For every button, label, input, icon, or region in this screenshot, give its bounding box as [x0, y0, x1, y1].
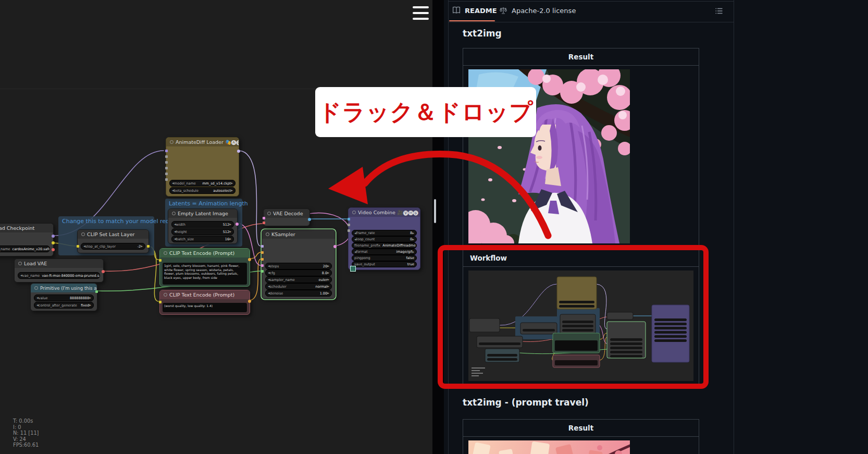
node-collapse-dot[interactable] — [164, 293, 167, 297]
port-dot[interactable] — [147, 245, 150, 248]
hamburger-menu-icon[interactable] — [413, 6, 429, 20]
node-collapse-dot[interactable] — [34, 286, 38, 290]
port-dot[interactable] — [165, 178, 168, 181]
increment-icon[interactable]: ▶ — [229, 238, 231, 240]
node-collapse-dot[interactable] — [172, 212, 176, 215]
widget-width[interactable]: ◀ width 512 ▶ — [171, 221, 234, 228]
increment-icon[interactable]: ▶ — [231, 182, 233, 185]
widget-value[interactable]: ◀ value 888888888 ▶ — [34, 295, 94, 301]
prompt-textarea[interactable]: (worst quality, low quality: 1.4) — [163, 303, 247, 312]
node-vae-decode[interactable]: VAE Decode — [263, 208, 310, 226]
port-dot[interactable] — [248, 300, 251, 303]
increment-icon[interactable]: ▶ — [412, 232, 414, 235]
tab-license[interactable]: Apache-2.0 license — [499, 6, 576, 15]
node-load-checkpoint[interactable]: Load Checkpoint ◀ ckpt_name cardosAnime_… — [0, 223, 54, 256]
widget-denoise[interactable]: ◀ denoise 1.00 ▶ — [265, 290, 332, 297]
node-collapse-dot[interactable] — [266, 232, 269, 236]
port-dot[interactable] — [261, 245, 264, 248]
node-primitive-seed[interactable]: Primitive (I'm using this as seed) ◀ val… — [30, 283, 97, 311]
port-dot[interactable] — [348, 224, 350, 226]
port-dot[interactable] — [95, 290, 98, 293]
node-collapse-dot[interactable] — [267, 212, 271, 215]
port-dot[interactable] — [165, 167, 168, 169]
increment-icon[interactable]: ▶ — [231, 189, 233, 192]
prompt-textarea[interactable]: 1girl, solo, cherry blossom, hanami, pin… — [163, 263, 247, 285]
node-ksampler[interactable]: KSampler ◀ steps 20 ▶ ◀ cfg 8.0 ▶ ◀ samp… — [262, 229, 336, 299]
increment-icon[interactable]: ▶ — [327, 292, 329, 295]
widget-loop-count[interactable]: ◀ loop_count 0 ▶ — [352, 236, 417, 242]
port-dot[interactable] — [348, 218, 350, 220]
increment-icon[interactable]: ▶ — [412, 238, 414, 241]
tab-readme[interactable]: README — [452, 6, 497, 15]
widget-filename-prefix[interactable]: filename_prefix AnimateDiffreadme — [352, 242, 417, 249]
port-dot[interactable] — [102, 270, 105, 273]
node-collapse-dot[interactable] — [81, 232, 85, 236]
port-dot[interactable] — [52, 235, 55, 238]
port-dot[interactable] — [165, 155, 168, 158]
port-dot[interactable] — [52, 248, 55, 251]
port-dot[interactable] — [77, 245, 79, 248]
widget-pingpong[interactable]: pingpong false — [352, 255, 417, 261]
increment-icon[interactable]: ▶ — [327, 285, 329, 288]
port-dot[interactable] — [159, 259, 162, 262]
increment-icon[interactable]: ▶ — [141, 245, 143, 248]
node-clip-text-encode-positive[interactable]: CLIP Text Encode (Prompt) 1girl, solo, c… — [159, 248, 250, 287]
port-dot[interactable] — [159, 301, 162, 303]
increment-icon[interactable]: ▶ — [229, 223, 231, 226]
port-dot[interactable] — [333, 245, 337, 248]
node-clip-text-encode-negative[interactable]: CLIP Text Encode (Prompt) (worst quality… — [159, 290, 250, 315]
port-dot[interactable] — [261, 264, 264, 267]
port-dot[interactable] — [261, 258, 264, 261]
port-dot[interactable] — [248, 258, 251, 261]
node-video-combine[interactable]: Video Combine 🎥🅥🅗🅢 ◀ frame_rate 8 ▶ ◀ lo… — [348, 207, 420, 270]
widget-steps[interactable]: ◀ steps 20 ▶ — [265, 263, 332, 269]
node-collapse-dot[interactable] — [164, 251, 167, 255]
result-image-prompt-travel[interactable] — [468, 440, 630, 454]
node-empty-latent-image[interactable]: Empty Latent Image ◀ width 512 ▶ ◀ heigh… — [168, 208, 238, 244]
port-dot[interactable] — [237, 150, 240, 153]
comfyui-canvas[interactable]: Latents = Animation length Change this t… — [0, 0, 432, 454]
workflow-image[interactable] — [468, 271, 693, 381]
port-dot[interactable] — [308, 218, 311, 221]
node-clip-set-last-layer[interactable]: CLIP Set Last Layer ◀ stop_at_clip_layer… — [77, 229, 149, 253]
widget-frame-rate[interactable]: ◀ frame_rate 8 ▶ — [352, 230, 417, 236]
increment-icon[interactable]: ▶ — [229, 230, 231, 233]
port-dot[interactable] — [263, 217, 265, 219]
port-dot[interactable] — [52, 241, 55, 244]
increment-icon[interactable]: ▶ — [89, 304, 91, 306]
widget-ckpt-name[interactable]: ◀ ckpt_name cardosAnime_v20.safetensors … — [0, 246, 50, 252]
increment-icon[interactable]: ▶ — [412, 251, 414, 253]
increment-icon[interactable]: ▶ — [89, 297, 91, 299]
widget-save-output[interactable]: save_output true — [352, 261, 417, 267]
widget-vae-name[interactable]: ◀ vae_name vae-ft-mse-840000-ema-pruned.… — [18, 272, 100, 279]
widget-cfg[interactable]: ◀ cfg 8.0 ▶ — [265, 269, 332, 276]
increment-icon[interactable]: ▶ — [327, 272, 329, 274]
port-dot[interactable] — [165, 150, 168, 152]
node-load-vae[interactable]: Load VAE ◀ vae_name vae-ft-mse-840000-em… — [14, 259, 104, 283]
node-collapse-dot[interactable] — [18, 262, 22, 265]
widget-model-name[interactable]: ◀ model_name mm_sd_v14.ckpt ▶ — [169, 180, 235, 187]
widget-sampler-name[interactable]: ◀ sampler_name euler ▶ — [265, 276, 332, 283]
node-collapse-dot[interactable] — [170, 140, 173, 144]
widget-beta-schedule[interactable]: ◀ beta_schedule autoselect ▶ — [169, 187, 235, 194]
widget-format[interactable]: ◀ format image/gif ▶ — [352, 249, 417, 255]
port-dot[interactable] — [261, 251, 264, 254]
readme-panel: README Apache-2.0 license txt2img Result — [444, 0, 868, 454]
widget-height[interactable]: ◀ height 512 ▶ — [171, 228, 234, 235]
widget-batch-size[interactable]: ◀ batch_size 16 ▶ — [171, 236, 234, 242]
increment-icon[interactable]: ▶ — [327, 278, 329, 281]
widget-control-after-generate[interactable]: ◀ control_after_generate fixed ▶ — [34, 302, 94, 309]
node-animatediff-loader[interactable]: AnimateDiff Loader 🎭🅐🅓① ◀ model_name mm_… — [166, 137, 239, 197]
port-dot[interactable] — [263, 222, 265, 224]
widget-stop-at-clip-layer[interactable]: ◀ stop_at_clip_layer -2 ▶ — [81, 243, 145, 250]
port-dot[interactable] — [261, 270, 264, 273]
canvas-scrollbar[interactable] — [434, 199, 436, 223]
port-dot[interactable] — [235, 223, 239, 226]
increment-icon[interactable]: ▶ — [327, 265, 329, 267]
outline-list-icon[interactable] — [715, 7, 723, 15]
port-dot[interactable] — [165, 173, 168, 175]
port-dot[interactable] — [165, 161, 168, 164]
port-dot[interactable] — [348, 229, 350, 232]
node-collapse-dot[interactable] — [352, 211, 356, 214]
widget-scheduler[interactable]: ◀ scheduler normal ▶ — [265, 283, 332, 290]
